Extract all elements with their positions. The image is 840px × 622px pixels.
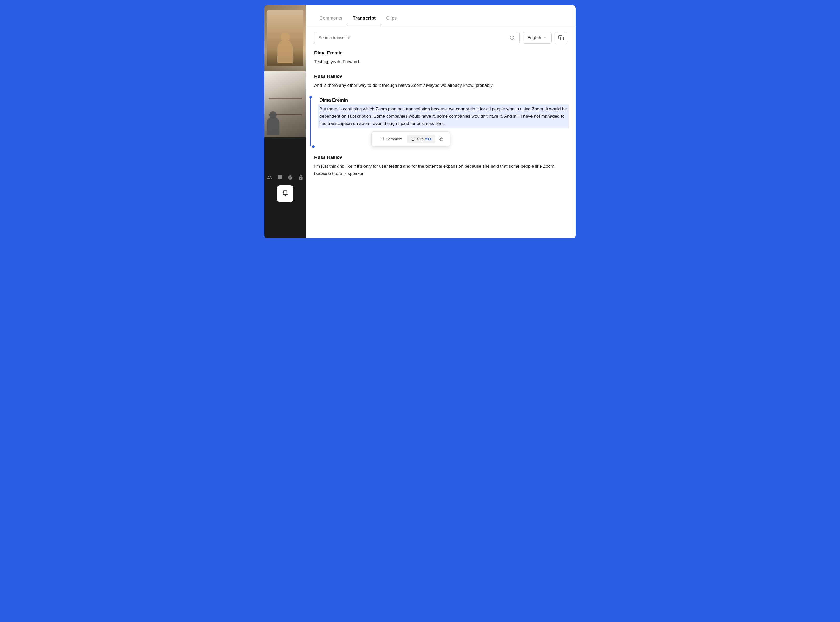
context-toolbar: Comment Clip 21s xyxy=(371,131,450,146)
highlight-dot-top xyxy=(309,96,312,99)
speaker-name-1: Dima Eremin xyxy=(314,50,567,56)
tab-transcript[interactable]: Transcript xyxy=(347,11,381,25)
tabs-container: Comments Transcript Clips xyxy=(306,5,576,25)
clip-duration: 21s xyxy=(425,137,432,141)
copy-icon xyxy=(558,35,564,41)
toolbar-copy-button[interactable] xyxy=(436,134,446,143)
transcript-text-2: And is there any other way to do it thro… xyxy=(314,82,567,89)
search-area: English xyxy=(306,25,576,48)
transcript-text-4: I'm just thinking like if it's only for … xyxy=(314,163,567,177)
language-label: English xyxy=(528,35,541,40)
svg-rect-3 xyxy=(440,139,443,141)
pin-button[interactable] xyxy=(277,185,293,202)
chevron-down-icon xyxy=(543,36,547,40)
org-icon[interactable] xyxy=(287,174,294,181)
clip-button[interactable]: Clip 21s xyxy=(407,134,435,143)
comment-button[interactable]: Comment xyxy=(376,134,406,143)
app-container: Comments Transcript Clips English xyxy=(264,5,576,238)
people-icon[interactable] xyxy=(266,174,273,181)
highlight-bar xyxy=(310,98,311,146)
sidebar-controls xyxy=(264,137,306,238)
person-silhouette xyxy=(277,40,293,64)
clip-icon xyxy=(411,137,415,141)
svg-point-0 xyxy=(510,36,514,40)
copy-transcript-button[interactable] xyxy=(555,32,567,44)
svg-rect-1 xyxy=(560,37,564,40)
sidebar-icon-group xyxy=(266,174,304,181)
person-2-head xyxy=(269,111,276,119)
clip-label: Clip xyxy=(417,137,424,141)
speaker-name-2: Russ Halilov xyxy=(314,74,567,79)
toolbar-copy-icon xyxy=(439,137,443,141)
tab-comments[interactable]: Comments xyxy=(314,11,347,25)
sidebar xyxy=(264,5,306,238)
transcript-content: Dima Eremin Testing, yeah. Forward. Russ… xyxy=(306,48,576,238)
language-selector[interactable]: English xyxy=(523,32,552,44)
video-thumbnail-top xyxy=(264,5,306,71)
lock-icon[interactable] xyxy=(297,174,304,181)
transcript-text-3-selected[interactable]: But there is confusing which Zoom plan h… xyxy=(318,104,569,128)
transcript-text-1: Testing, yeah. Forward. xyxy=(314,58,567,66)
transcript-entry-3: Dima Eremin But there is confusing which… xyxy=(314,98,567,146)
shelf-decoration xyxy=(269,98,302,99)
chat-icon[interactable] xyxy=(276,174,284,181)
search-icon xyxy=(509,35,515,41)
speaker-name-4: Russ Halilov xyxy=(314,155,567,160)
transcript-entry-4: Russ Halilov I'm just thinking like if i… xyxy=(314,155,567,177)
search-input[interactable] xyxy=(319,35,509,40)
comment-icon xyxy=(379,137,384,141)
speaker-name-3: Dima Eremin xyxy=(319,98,567,103)
svg-rect-2 xyxy=(411,137,415,140)
comment-label: Comment xyxy=(385,137,402,141)
search-input-wrapper[interactable] xyxy=(314,32,519,44)
person-2-body xyxy=(267,117,279,135)
tab-clips[interactable]: Clips xyxy=(381,11,402,25)
transcript-entry-1: Dima Eremin Testing, yeah. Forward. xyxy=(314,50,567,66)
transcript-entry-2: Russ Halilov And is there any other way … xyxy=(314,74,567,89)
main-panel: Comments Transcript Clips English xyxy=(306,5,576,238)
highlight-dot-bottom xyxy=(312,145,315,148)
video-thumbnail-bottom xyxy=(264,71,306,137)
